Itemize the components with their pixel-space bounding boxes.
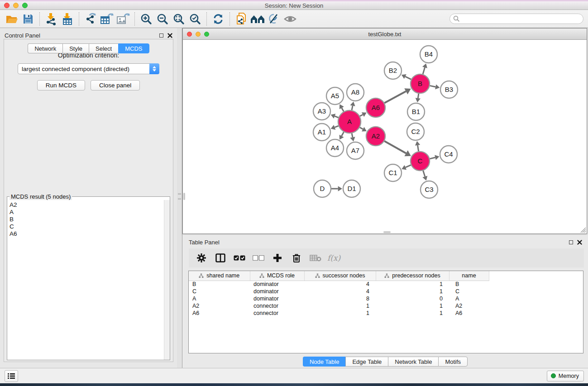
delete-table-icon[interactable] — [308, 251, 323, 265]
select-all-checkboxes-icon[interactable] — [232, 251, 247, 265]
graph-edge[interactable] — [423, 67, 425, 74]
graph-edge[interactable] — [406, 165, 411, 167]
graph-edge[interactable] — [430, 157, 435, 159]
graph-edge[interactable] — [342, 108, 344, 111]
table-cell[interactable]: dominator — [250, 295, 304, 302]
memory-button[interactable]: Memory — [547, 371, 584, 381]
table-options-gear-icon[interactable] — [194, 251, 209, 265]
horizontal-scroll-indicator[interactable] — [383, 231, 391, 233]
tab-node-table[interactable]: Node Table — [303, 357, 346, 367]
table-cell[interactable]: dominator — [250, 288, 304, 295]
tab-edge-table[interactable]: Edge Table — [345, 357, 388, 367]
task-history-button[interactable] — [5, 370, 18, 382]
column-header-mcds-role[interactable]: MCDS role — [250, 271, 304, 281]
resize-grip-icon[interactable] — [580, 227, 586, 233]
export-image-icon[interactable] — [115, 12, 131, 26]
table-row[interactable]: Adominator80A — [189, 295, 489, 302]
table-cell[interactable]: 0 — [376, 295, 449, 302]
mcds-result-item[interactable]: B — [10, 216, 164, 223]
deselect-all-checkboxes-icon[interactable] — [251, 251, 266, 265]
graph-edge[interactable] — [418, 94, 418, 98]
refresh-icon[interactable] — [210, 12, 226, 26]
zoom-out-icon[interactable] — [154, 12, 171, 26]
table-cell[interactable]: 1 — [376, 281, 449, 288]
table-row[interactable]: Cdominator41C — [189, 288, 489, 295]
add-column-icon[interactable] — [270, 251, 285, 265]
show-graphics-details-icon[interactable] — [282, 12, 298, 26]
delete-columns-icon[interactable] — [289, 251, 304, 265]
tab-motifs[interactable]: Motifs — [438, 357, 468, 367]
table-cell[interactable]: dominator — [250, 281, 304, 288]
graph-edge[interactable] — [360, 114, 363, 116]
table-cell[interactable]: connector — [250, 310, 304, 317]
open-session-icon[interactable] — [4, 12, 20, 26]
mcds-result-item[interactable]: C — [10, 223, 164, 230]
network-canvas[interactable]: AA1A2A3A4A5A6A7A8BB1B2B3B4CC1C2C3C4DD1 — [183, 40, 587, 234]
graph-edge[interactable] — [384, 141, 406, 153]
table-cell[interactable]: 1 — [304, 310, 376, 317]
table-cell[interactable]: A2 — [449, 302, 489, 310]
column-header-predecessor-nodes[interactable]: predecessor nodes — [376, 271, 449, 281]
network-window-titlebar[interactable]: testGlobe.txt — [183, 29, 587, 40]
tab-style[interactable]: Style — [62, 43, 89, 53]
column-header-shared-name[interactable]: shared name — [189, 271, 250, 281]
table-cell[interactable]: 4 — [304, 281, 376, 288]
table-cell[interactable]: 4 — [304, 288, 376, 295]
graph-edge[interactable] — [423, 171, 425, 176]
zoom-in-icon[interactable] — [138, 12, 154, 26]
column-header-name[interactable]: name — [449, 271, 489, 281]
new-network-from-selection-icon[interactable] — [233, 12, 249, 26]
search-input[interactable] — [449, 14, 583, 24]
function-builder-icon[interactable]: f(x) — [327, 253, 340, 262]
table-row[interactable]: Bdominator41B — [189, 281, 489, 288]
save-session-icon[interactable] — [20, 12, 36, 26]
home-layout-icon[interactable] — [249, 12, 266, 26]
result-scrollbar[interactable] — [164, 200, 170, 360]
tab-network[interactable]: Network — [28, 43, 62, 53]
table-cell[interactable]: 1 — [376, 302, 449, 310]
table-row[interactable]: A6connector11A6 — [189, 310, 489, 317]
graph-edge[interactable] — [418, 145, 419, 151]
graph-edge[interactable] — [352, 133, 353, 137]
table-cell[interactable]: A6 — [189, 310, 250, 317]
hide-style-icon[interactable] — [266, 12, 282, 26]
graph-edge[interactable] — [335, 116, 338, 118]
close-panel-button[interactable]: Close panel — [91, 80, 140, 91]
mcds-result-item[interactable]: A6 — [10, 230, 164, 238]
column-header-successor-nodes[interactable]: successor nodes — [304, 271, 376, 281]
table-cell[interactable]: C — [449, 288, 489, 295]
import-network-icon[interactable] — [43, 12, 59, 26]
import-table-icon[interactable] — [59, 12, 76, 26]
export-table-icon[interactable] — [99, 12, 115, 26]
graph-edge[interactable] — [352, 106, 353, 110]
float-panel-icon[interactable] — [159, 33, 163, 38]
table-row[interactable]: A2connector11A2 — [189, 302, 489, 310]
table-cell[interactable]: 8 — [304, 295, 376, 302]
mcds-result-item[interactable]: A2 — [10, 201, 164, 209]
table-cell[interactable]: A6 — [449, 310, 489, 317]
close-panel-icon[interactable] — [167, 33, 172, 38]
table-cell[interactable]: 1 — [376, 310, 449, 317]
mcds-result-item[interactable]: A — [10, 209, 164, 216]
zoom-fit-icon[interactable] — [171, 12, 187, 26]
table-cell[interactable]: 1 — [304, 302, 376, 310]
close-table-panel-icon[interactable] — [577, 240, 582, 245]
optimization-criterion-select[interactable]: largest connected component (directed) — [18, 63, 159, 74]
column-visibility-icon[interactable] — [213, 251, 228, 265]
export-network-icon[interactable] — [82, 12, 99, 26]
graph-edge[interactable] — [430, 86, 436, 87]
table-cell[interactable]: A2 — [189, 302, 250, 310]
float-table-panel-icon[interactable] — [569, 240, 573, 244]
tab-network-table[interactable]: Network Table — [388, 357, 438, 367]
graph-edge[interactable] — [342, 132, 344, 136]
table-cell[interactable]: 1 — [376, 288, 449, 295]
table-cell[interactable]: B — [189, 281, 250, 288]
graph-edge[interactable] — [405, 76, 411, 79]
vertical-scroll-indicator[interactable] — [183, 193, 185, 200]
split-pane-divider[interactable] — [177, 28, 182, 368]
tab-select[interactable]: Select — [89, 43, 118, 53]
run-mcds-button[interactable]: Run MCDS — [37, 80, 85, 91]
graph-edge[interactable] — [360, 128, 363, 129]
table-cell[interactable]: B — [449, 281, 489, 288]
table-cell[interactable]: connector — [250, 302, 304, 310]
